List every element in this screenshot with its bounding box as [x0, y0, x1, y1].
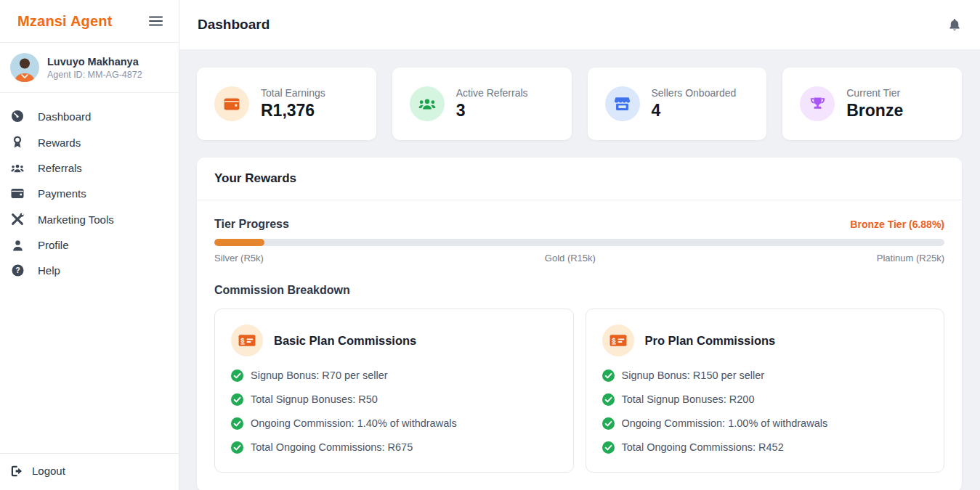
stat-card-total-earnings: Total Earnings R1,376 — [197, 68, 376, 140]
sign-out-icon — [11, 465, 24, 477]
tier-badge: Bronze Tier (6.88%) — [850, 219, 944, 230]
commission-item-text: Total Ongoing Commissions: R675 — [251, 441, 413, 453]
stat-value: Bronze — [846, 101, 903, 121]
rewards-card: Your Rewards Tier Progress Bronze Tier (… — [197, 158, 962, 490]
top-bar: Dashboard — [179, 0, 980, 49]
stat-label: Total Earnings — [261, 87, 325, 99]
sidebar-item-marketing-tools[interactable]: Marketing Tools — [0, 206, 179, 232]
stat-label: Current Tier — [846, 87, 903, 99]
commission-grid: $ Basic Plan Commissions Signup Bonus: R… — [214, 309, 944, 473]
commission-breakdown-heading: Commission Breakdown — [214, 284, 944, 297]
tools-icon — [11, 213, 24, 226]
commission-card-pro: $ Pro Plan Commissions Signup Bonus: R15… — [586, 309, 945, 473]
trophy-icon — [800, 86, 835, 121]
sidebar-item-label: Rewards — [38, 136, 81, 149]
sidebar-item-label: Profile — [38, 239, 69, 251]
hamburger-menu-icon[interactable] — [149, 16, 163, 26]
money-check-icon: $ — [602, 324, 634, 356]
logout-label: Logout — [32, 465, 65, 477]
logout-button[interactable]: Logout — [0, 453, 179, 490]
stat-value: 3 — [456, 101, 528, 121]
app-logo: Mzansi Agent — [17, 13, 113, 30]
sidebar-item-dashboard[interactable]: Dashboard — [0, 103, 179, 129]
sidebar-item-label: Dashboard — [38, 110, 91, 123]
medal-icon — [11, 136, 24, 149]
stat-label: Active Referrals — [456, 87, 528, 99]
main-area: Dashboard Total Earnings R1,376 — [179, 0, 980, 490]
tier-progress-fill — [214, 239, 264, 246]
stat-card-current-tier: Current Tier Bronze — [782, 68, 962, 140]
check-circle-icon — [602, 393, 615, 406]
sidebar-item-label: Payments — [38, 187, 86, 200]
rewards-card-body: Tier Progress Bronze Tier (6.88%) Silver… — [197, 200, 962, 490]
commission-item: Total Signup Bonuses: R50 — [231, 390, 557, 409]
commission-item-text: Ongoing Commission: 1.40% of withdrawals — [251, 417, 457, 429]
sidebar-item-help[interactable]: ? Help — [0, 258, 179, 283]
commission-item: Signup Bonus: R150 per seller — [602, 366, 928, 385]
money-check-icon: $ — [231, 324, 263, 356]
commission-item: Total Ongoing Commissions: R675 — [231, 438, 557, 457]
gauge-icon — [11, 110, 24, 123]
app: Mzansi Agent Luvuyo Makhanya Agent ID: M… — [0, 0, 980, 490]
commission-item-text: Ongoing Commission: 1.00% of withdrawals — [622, 417, 828, 429]
check-circle-icon — [231, 417, 243, 430]
tier-progress-bar — [214, 239, 944, 246]
rewards-card-title: Your Rewards — [197, 158, 962, 200]
commission-title-row: $ Basic Plan Commissions — [231, 324, 557, 356]
commission-item-text: Total Signup Bonuses: R50 — [251, 393, 378, 405]
svg-text:?: ? — [15, 266, 20, 274]
commission-item: Ongoing Commission: 1.00% of withdrawals — [602, 414, 928, 433]
commission-item-text: Total Signup Bonuses: R200 — [622, 393, 755, 405]
avatar — [10, 53, 39, 82]
milestone-silver: Silver (R5k) — [214, 253, 264, 264]
sidebar-item-referrals[interactable]: Referrals — [0, 155, 179, 181]
check-circle-icon — [602, 441, 615, 454]
svg-text:$: $ — [612, 337, 616, 344]
tier-progress-heading: Tier Progress — [214, 218, 289, 231]
sidebar-nav: Dashboard Rewards Referrals Payments — [0, 93, 179, 453]
stat-label: Sellers Onboarded — [652, 87, 737, 99]
store-icon — [605, 86, 640, 121]
bell-icon[interactable] — [949, 18, 960, 32]
profile-name: Luvuyo Makhanya — [47, 56, 142, 68]
commission-item: Total Signup Bonuses: R200 — [602, 390, 928, 409]
wallet-icon — [11, 188, 24, 199]
commission-item-text: Signup Bonus: R150 per seller — [622, 369, 765, 381]
commission-card-title: Basic Plan Commissions — [274, 334, 416, 348]
profile-agent-id: Agent ID: MM-AG-4872 — [47, 70, 142, 80]
milestone-platinum: Platinum (R25k) — [877, 253, 944, 264]
sidebar-item-label: Marketing Tools — [38, 213, 114, 226]
commission-item: Total Ongoing Commissions: R452 — [602, 438, 928, 457]
user-profile: Luvuyo Makhanya Agent ID: MM-AG-4872 — [0, 43, 179, 93]
commission-card-title: Pro Plan Commissions — [645, 334, 776, 348]
commission-item-text: Signup Bonus: R70 per seller — [251, 369, 388, 381]
check-circle-icon — [602, 369, 615, 382]
check-circle-icon — [231, 393, 243, 406]
wallet-icon — [214, 86, 249, 121]
sidebar-item-rewards[interactable]: Rewards — [0, 129, 179, 155]
stat-card-active-referrals: Active Referrals 3 — [392, 68, 572, 140]
sidebar: Mzansi Agent Luvuyo Makhanya Agent ID: M… — [0, 0, 179, 490]
users-icon — [410, 86, 445, 121]
check-circle-icon — [231, 369, 243, 382]
users-icon — [11, 163, 24, 174]
sidebar-logo-row: Mzansi Agent — [0, 0, 179, 43]
sidebar-item-payments[interactable]: Payments — [0, 181, 179, 206]
stat-value: R1,376 — [261, 101, 325, 121]
commission-item: Ongoing Commission: 1.40% of withdrawals — [231, 414, 557, 433]
content: Total Earnings R1,376 Active Referrals 3 — [179, 49, 980, 490]
commission-card-basic: $ Basic Plan Commissions Signup Bonus: R… — [214, 309, 574, 473]
stat-value: 4 — [652, 101, 737, 121]
question-circle-icon: ? — [11, 264, 24, 277]
tier-progress-row: Tier Progress Bronze Tier (6.88%) — [214, 218, 944, 231]
milestone-gold: Gold (R15k) — [545, 253, 596, 264]
sidebar-item-profile[interactable]: Profile — [0, 232, 179, 258]
tier-milestones: Silver (R5k) Gold (R15k) Platinum (R25k) — [214, 253, 944, 264]
commission-item-text: Total Ongoing Commissions: R452 — [622, 441, 784, 453]
sidebar-item-label: Referrals — [38, 162, 82, 174]
sidebar-item-label: Help — [38, 264, 60, 277]
svg-text:$: $ — [240, 337, 245, 344]
user-icon — [11, 240, 24, 251]
check-circle-icon — [602, 417, 615, 430]
check-circle-icon — [231, 441, 243, 454]
